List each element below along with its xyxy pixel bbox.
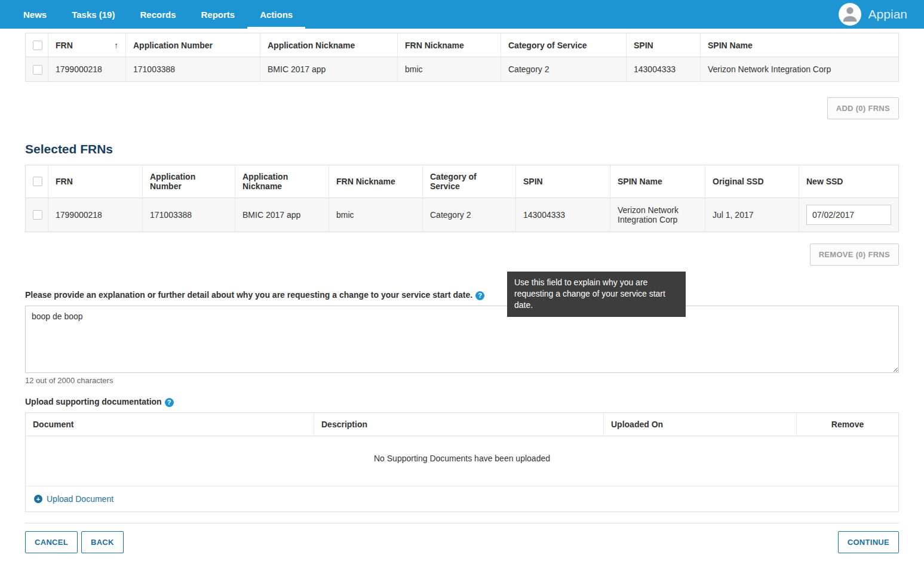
nav-item-news[interactable]: News (11, 0, 59, 29)
column-header-spin-name[interactable]: SPIN Name (701, 33, 899, 57)
cell-frn-nickname: bmic (329, 198, 423, 232)
nav-item-tasks[interactable]: Tasks (19) (59, 0, 127, 29)
column-header-original-ssd[interactable]: Original SSD (705, 165, 799, 198)
cell-application-nickname: BMIC 2017 app (260, 57, 398, 81)
column-header-application-nickname[interactable]: Application Nickname (235, 165, 329, 198)
cell-original-ssd: Jul 1, 2017 (705, 198, 799, 232)
cell-application-number: 171003388 (126, 57, 260, 81)
sort-ascending-icon[interactable]: ↑ (114, 41, 118, 50)
top-nav: News Tasks (19) Records Reports Actions … (0, 0, 924, 29)
user-avatar[interactable] (839, 3, 861, 26)
column-header-frn-label: FRN (56, 41, 73, 50)
column-header-application-number[interactable]: Application Number (143, 165, 235, 198)
frn-search-results-table: FRN ↑ Application Number Application Nic… (25, 33, 899, 82)
column-header-frn[interactable]: FRN (48, 165, 143, 198)
cell-spin: 143004333 (516, 198, 610, 232)
nav-item-reports[interactable]: Reports (188, 0, 247, 29)
upload-section-label: Upload supporting documentation? (25, 397, 899, 407)
character-count: 12 out of 2000 characters (25, 376, 899, 385)
upload-document-link-label: Upload Document (47, 494, 113, 504)
select-all-checkbox[interactable] (33, 177, 42, 186)
cell-application-number: 171003388 (143, 198, 235, 232)
column-header-category-of-service[interactable]: Category of Service (423, 165, 516, 198)
no-documents-message: No Supporting Documents have been upload… (26, 436, 899, 486)
column-header-remove: Remove (797, 412, 899, 436)
explanation-label: Please provide an explanation or further… (25, 290, 472, 300)
select-all-checkbox[interactable] (33, 41, 42, 50)
upload-document-link[interactable]: + Upload Document (34, 494, 113, 504)
cell-spin-name: Verizon Network Integration Corp (610, 198, 705, 232)
nav-item-records[interactable]: Records (127, 0, 188, 29)
nav-right: Appian (839, 0, 918, 29)
table-row: 1799000218 171003388 BMIC 2017 app bmic … (26, 57, 899, 81)
cell-frn: 1799000218 (48, 198, 143, 232)
column-header-frn-nickname[interactable]: FRN Nickname (398, 33, 501, 57)
supporting-documents-table: Document Description Uploaded On Remove … (25, 412, 899, 512)
add-frns-button[interactable]: ADD (0) FRNS (827, 97, 899, 119)
cell-frn: 1799000218 (48, 57, 126, 81)
nav-item-actions[interactable]: Actions (247, 0, 305, 29)
back-button[interactable]: BACK (81, 531, 124, 553)
row-checkbox[interactable] (33, 65, 42, 75)
column-header-frn[interactable]: FRN ↑ (48, 33, 126, 57)
page: News Tasks (19) Records Reports Actions … (0, 0, 924, 564)
explanation-textarea[interactable]: boop de boop (25, 306, 899, 373)
column-header-application-nickname[interactable]: Application Nickname (260, 33, 398, 57)
column-header-new-ssd[interactable]: New SSD (799, 165, 899, 198)
plus-icon: + (34, 495, 42, 503)
new-ssd-input[interactable] (806, 205, 891, 225)
form-footer: CANCEL BACK CONTINUE (25, 523, 899, 564)
appian-logo: Appian (868, 7, 907, 21)
help-tooltip: Use this field to explain why you are re… (507, 272, 686, 317)
cell-spin: 143004333 (627, 57, 701, 81)
cell-application-nickname: BMIC 2017 app (235, 198, 329, 232)
cell-spin-name: Verizon Network Integration Corp (701, 57, 899, 81)
column-header-spin-name[interactable]: SPIN Name (610, 165, 705, 198)
column-header-frn-nickname[interactable]: FRN Nickname (329, 165, 423, 198)
column-header-category-of-service[interactable]: Category of Service (501, 33, 627, 57)
column-header-description: Description (314, 412, 604, 436)
help-icon[interactable]: ? (475, 291, 484, 300)
column-header-spin[interactable]: SPIN (627, 33, 701, 57)
cell-frn-nickname: bmic (398, 57, 501, 81)
upload-label-text: Upload supporting documentation (25, 397, 162, 406)
column-header-spin[interactable]: SPIN (516, 165, 610, 198)
column-header-uploaded-on: Uploaded On (604, 412, 797, 436)
help-icon[interactable]: ? (165, 398, 174, 407)
selected-frns-table: FRN Application Number Application Nickn… (25, 165, 899, 232)
column-header-application-number[interactable]: Application Number (126, 33, 260, 57)
person-icon (840, 3, 860, 26)
explanation-section: Please provide an explanation or further… (25, 289, 899, 385)
cell-category-of-service: Category 2 (501, 57, 627, 81)
main-content: FRN ↑ Application Number Application Nic… (0, 29, 924, 564)
column-header-document: Document (26, 412, 314, 436)
cell-category-of-service: Category 2 (423, 198, 516, 232)
table-row: 1799000218 171003388 BMIC 2017 app bmic … (26, 198, 899, 232)
selected-frns-heading: Selected FRNs (25, 142, 899, 156)
row-checkbox[interactable] (33, 210, 42, 220)
cancel-button[interactable]: CANCEL (25, 531, 78, 553)
continue-button[interactable]: CONTINUE (838, 531, 899, 553)
remove-frns-button[interactable]: REMOVE (0) FRNS (810, 244, 899, 266)
